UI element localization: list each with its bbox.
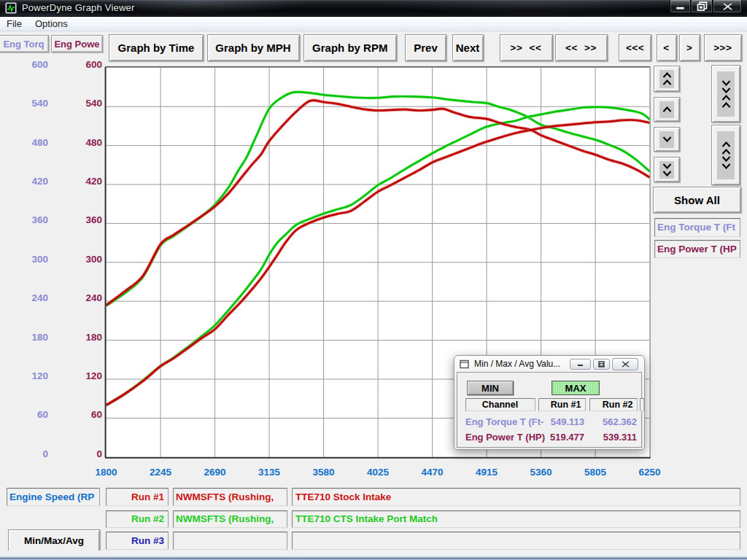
legend-description-box: TTE710 Stock Intake bbox=[292, 488, 740, 506]
minmax-window-title: Min / Max / Avg Valu... bbox=[474, 359, 560, 369]
legend-run-number-box: Run #2 bbox=[106, 510, 169, 529]
chevron-up-icon bbox=[721, 95, 731, 101]
shift-inward-button[interactable]: >> << bbox=[500, 34, 553, 61]
legend-run-number-box: Run #3 bbox=[106, 532, 169, 550]
window-bottom-frame bbox=[0, 551, 747, 560]
x-axis-label-4025: 4025 bbox=[352, 467, 403, 478]
legend-operator-box: NWMSFTS (Rushing, bbox=[173, 510, 287, 529]
y-axis-label-power-360: 360 bbox=[64, 214, 102, 225]
y-axis-label-torque-300: 300 bbox=[10, 254, 48, 265]
x-axis-label-2690: 2690 bbox=[190, 467, 241, 478]
chevron-up-icon bbox=[721, 102, 731, 108]
x-axis-label-5360: 5360 bbox=[516, 467, 567, 478]
y-axis-label-power-480: 480 bbox=[64, 137, 102, 148]
legend-description-box: TTE710 CTS Intake Port Match bbox=[292, 510, 740, 529]
x-channel-label: Engine Speed (RP bbox=[9, 489, 99, 505]
legend-run-number-box: Run #1 bbox=[106, 488, 169, 506]
min-button[interactable]: MIN bbox=[467, 381, 514, 395]
channel-button-torque[interactable]: Eng Torque T (Ft bbox=[654, 218, 740, 237]
y-axis-label-power-0: 0 bbox=[64, 448, 102, 459]
y-axis-label-power-540: 540 bbox=[64, 98, 102, 109]
chevron-down-icon bbox=[721, 80, 731, 86]
minmax-column-header-0[interactable]: Channel bbox=[465, 398, 535, 411]
legend-operator-box bbox=[173, 532, 287, 550]
x-axis-label-5805: 5805 bbox=[570, 467, 621, 478]
y-axis-label-torque-480: 480 bbox=[10, 137, 48, 148]
chevron-down bbox=[659, 131, 674, 148]
minmax-minimize-icon bbox=[577, 362, 584, 367]
chevron-double-down bbox=[659, 161, 674, 179]
chevron-down-icon bbox=[662, 163, 672, 169]
channel-button-power[interactable]: Eng Power T (HP bbox=[654, 240, 740, 258]
min-max-avg-button[interactable]: Min/Max/Avg bbox=[8, 529, 100, 552]
minmax-column-header-partial bbox=[640, 398, 644, 411]
graph-by-rpm-button[interactable]: Graph by RPM bbox=[303, 34, 398, 61]
graph-by-time-button[interactable]: Graph by Time bbox=[109, 34, 204, 61]
y-axis-label-torque-60: 60 bbox=[10, 409, 48, 420]
minmax-restore-icon bbox=[598, 361, 605, 368]
scroll-down-double-button[interactable] bbox=[654, 157, 680, 182]
chevron-down-icon bbox=[721, 163, 731, 169]
chevron-double-up-over-double-down bbox=[717, 131, 735, 179]
chevron-up-icon bbox=[662, 72, 672, 78]
y-axis-label-power-180: 180 bbox=[64, 332, 102, 343]
minmax-maximize-button[interactable] bbox=[593, 359, 610, 370]
minmax-close-button[interactable] bbox=[612, 358, 638, 370]
minmax-client: MIN MAX ChannelRun #1Run #2Eng Torque T … bbox=[457, 372, 642, 448]
chevron-up-icon bbox=[721, 149, 731, 155]
step-back-button[interactable]: < bbox=[657, 34, 677, 61]
minmax-row-run1-value: 549.113 bbox=[530, 416, 584, 427]
prev-button[interactable]: Prev bbox=[405, 34, 446, 61]
y-axis-label-power-120: 120 bbox=[64, 370, 102, 381]
x-axis-label-1800: 1800 bbox=[81, 467, 132, 478]
scroll-up-double-button[interactable] bbox=[654, 66, 680, 92]
x-axis-label-2245: 2245 bbox=[135, 467, 186, 478]
show-all-button[interactable]: Show All bbox=[653, 187, 741, 213]
tab-eng-torque[interactable]: Eng Torq bbox=[0, 35, 49, 52]
chevron-down-icon bbox=[662, 136, 672, 142]
minmax-row-run2-value: 562.362 bbox=[583, 416, 637, 427]
y-axis-label-torque-360: 360 bbox=[10, 214, 48, 225]
minmax-row-run2-value: 539.311 bbox=[583, 432, 637, 443]
minmax-close-icon bbox=[622, 361, 630, 368]
max-button[interactable]: MAX bbox=[551, 381, 600, 395]
y-axis-label-power-420: 420 bbox=[64, 176, 102, 187]
shift-outward-button[interactable]: << >> bbox=[555, 34, 608, 61]
app-window: PowerDyne Graph Viewer FileOptions Eng T… bbox=[0, 0, 747, 560]
fast-forward-button[interactable]: >>> bbox=[704, 34, 743, 61]
x-axis-label-4470: 4470 bbox=[407, 467, 458, 478]
tab-eng-power[interactable]: Eng Powe bbox=[51, 35, 103, 52]
legend-description-box bbox=[292, 532, 740, 550]
minmax-column-header-1[interactable]: Run #1 bbox=[538, 398, 586, 411]
chevron-up-icon bbox=[662, 79, 672, 85]
chevron-down-icon bbox=[662, 171, 672, 176]
chevron-double-down-over-double-up bbox=[717, 71, 735, 117]
collapse-vertical-button[interactable] bbox=[711, 65, 740, 122]
chevron-down-icon bbox=[721, 156, 731, 162]
y-axis-label-torque-600: 600 bbox=[10, 59, 48, 70]
y-axis-label-power-240: 240 bbox=[64, 292, 102, 303]
y-axis-label-torque-120: 120 bbox=[10, 370, 48, 381]
minmax-column-header-2[interactable]: Run #2 bbox=[589, 398, 638, 411]
chevron-double-up bbox=[659, 70, 674, 88]
minmax-titlebar[interactable]: Min / Max / Avg Valu... bbox=[455, 357, 643, 371]
next-button[interactable]: Next bbox=[452, 34, 484, 61]
x-channel-label-box[interactable]: Engine Speed (RP bbox=[7, 488, 100, 506]
expand-vertical-button[interactable] bbox=[711, 125, 740, 185]
fast-rewind-button[interactable]: <<< bbox=[619, 34, 651, 61]
step-forward-button[interactable]: > bbox=[679, 34, 700, 61]
y-axis-label-torque-540: 540 bbox=[10, 98, 48, 109]
scroll-down-button[interactable] bbox=[654, 127, 680, 152]
minmax-row-run1-value: 519.477 bbox=[530, 432, 584, 443]
x-axis-label-3580: 3580 bbox=[298, 467, 349, 478]
y-axis-label-power-60: 60 bbox=[64, 409, 102, 420]
minmax-window-icon bbox=[460, 359, 470, 369]
y-axis-label-power-600: 600 bbox=[64, 59, 102, 70]
scroll-up-button[interactable] bbox=[654, 97, 680, 122]
legend-operator-box: NWMSFTS (Rushing, bbox=[173, 488, 287, 506]
chevron-up bbox=[659, 101, 674, 118]
y-axis-label-torque-240: 240 bbox=[10, 292, 48, 303]
minmax-minimize-button[interactable] bbox=[570, 359, 591, 370]
minmax-window[interactable]: Min / Max / Avg Valu... MIN MAX ChannelR… bbox=[454, 355, 645, 450]
graph-by-mph-button[interactable]: Graph by MPH bbox=[207, 34, 300, 61]
